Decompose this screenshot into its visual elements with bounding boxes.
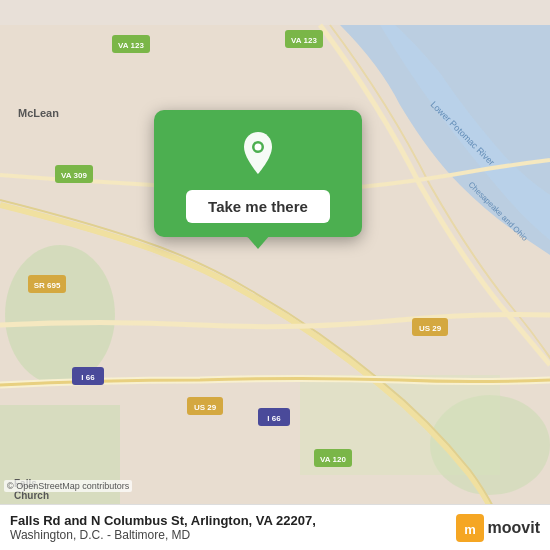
bottom-bar: Falls Rd and N Columbus St, Arlington, V… <box>0 504 550 550</box>
svg-text:m: m <box>464 522 476 537</box>
location-icon-wrap <box>232 128 284 180</box>
take-me-there-button[interactable]: Take me there <box>186 190 330 223</box>
copyright-notice: © OpenStreetMap contributors <box>4 480 132 492</box>
map-container: Lower Potomac River Chesapeake and Ohio … <box>0 0 550 550</box>
svg-text:VA 123: VA 123 <box>118 41 144 50</box>
moovit-icon: m <box>456 514 484 542</box>
svg-point-3 <box>5 245 115 385</box>
svg-text:I 66: I 66 <box>81 373 95 382</box>
svg-text:VA 123: VA 123 <box>291 36 317 45</box>
svg-text:US 29: US 29 <box>419 324 442 333</box>
moovit-logo: m moovit <box>456 514 540 542</box>
svg-text:McLean: McLean <box>18 107 59 119</box>
svg-text:VA 120: VA 120 <box>320 455 346 464</box>
svg-text:SR 695: SR 695 <box>34 281 61 290</box>
svg-text:US 29: US 29 <box>194 403 217 412</box>
bottom-bar-text: Falls Rd and N Columbus St, Arlington, V… <box>10 513 456 542</box>
location-pin-icon <box>232 128 284 180</box>
svg-point-32 <box>255 144 262 151</box>
map-svg: Lower Potomac River Chesapeake and Ohio … <box>0 0 550 550</box>
svg-text:VA 309: VA 309 <box>61 171 87 180</box>
svg-text:I 66: I 66 <box>267 414 281 423</box>
moovit-text: moovit <box>488 519 540 537</box>
popup-card: Take me there <box>154 110 362 237</box>
address-line: Falls Rd and N Columbus St, Arlington, V… <box>10 513 456 528</box>
city-line: Washington, D.C. - Baltimore, MD <box>10 528 456 542</box>
